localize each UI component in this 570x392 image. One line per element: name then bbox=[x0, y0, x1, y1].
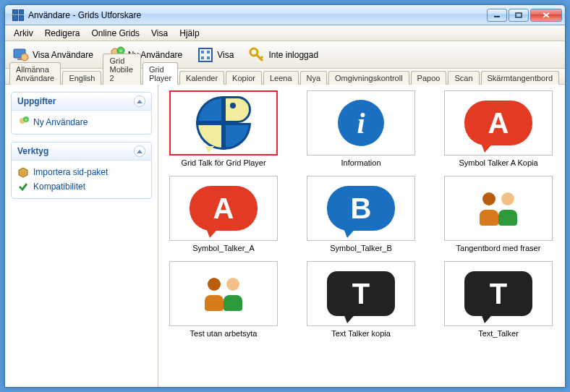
tab-grid-player[interactable]: Grid Player bbox=[142, 62, 178, 85]
package-icon bbox=[17, 166, 29, 178]
menu-arkiv[interactable]: Arkiv bbox=[8, 27, 39, 40]
svg-rect-11 bbox=[201, 51, 204, 54]
grid-item-label: Symbol_Talker_B bbox=[330, 244, 392, 252]
svg-line-17 bbox=[261, 56, 263, 58]
tab-english[interactable]: English bbox=[62, 71, 101, 85]
link-import-page-packages[interactable]: Importera sid-paket bbox=[17, 165, 145, 179]
grid-item[interactable]: Test utan arbetsyta bbox=[166, 261, 281, 338]
grid-item-label: Text_Talker bbox=[478, 329, 519, 338]
grid-item[interactable]: ASymbol_Talker_A bbox=[166, 176, 281, 252]
tab-allmänna-användare[interactable]: Allmänna Användare bbox=[9, 62, 61, 85]
tab-kopior[interactable]: Kopior bbox=[226, 71, 262, 85]
grid-item[interactable]: Tangentbord med fraser bbox=[441, 176, 556, 252]
svg-point-6 bbox=[21, 54, 28, 61]
grid-item-thumbnail bbox=[169, 90, 278, 155]
link-import-label: Importera sid-paket bbox=[33, 167, 108, 177]
grid-item-label: Symbol_Talker_A bbox=[192, 244, 255, 252]
tab-nya[interactable]: Nya bbox=[300, 71, 328, 85]
grid-item[interactable]: TText Talker kopia bbox=[303, 261, 419, 338]
grid-item[interactable]: Grid Talk för Grid Player bbox=[166, 90, 281, 167]
grid-item[interactable]: iInformation bbox=[303, 90, 419, 167]
grid-item-thumbnail: A bbox=[169, 176, 278, 241]
grid-view-icon bbox=[197, 46, 214, 64]
window-title: Användare - Grids Utforskare bbox=[28, 10, 487, 20]
tab-scan[interactable]: Scan bbox=[448, 71, 479, 85]
grid-item-thumbnail: A bbox=[444, 90, 553, 155]
menu-hjalp[interactable]: Hjälp bbox=[174, 27, 205, 40]
svg-text:+: + bbox=[25, 117, 27, 122]
toolbar-login-status[interactable]: Inte inloggad bbox=[245, 45, 321, 65]
link-new-user-label: Ny Användare bbox=[33, 117, 88, 127]
close-button[interactable] bbox=[530, 9, 562, 22]
svg-marker-21 bbox=[19, 168, 27, 177]
content-area: Uppgifter + Ny Användare Verktyg bbox=[5, 85, 565, 387]
grid-view: Grid Talk för Grid PlayeriInformationASy… bbox=[158, 85, 565, 387]
maximize-button[interactable] bbox=[509, 9, 529, 22]
link-new-user[interactable]: + Ny Användare bbox=[17, 115, 145, 129]
grid-item-thumbnail bbox=[169, 261, 278, 326]
svg-rect-13 bbox=[201, 56, 204, 59]
app-icon bbox=[12, 9, 24, 21]
tab-grid-mobile-2[interactable]: Grid Mobile 2 bbox=[103, 54, 140, 85]
tab-kalender[interactable]: Kalender bbox=[179, 71, 224, 85]
sidebar: Uppgifter + Ny Användare Verktyg bbox=[5, 85, 158, 387]
tab-omgivningskontroll[interactable]: Omgivningskontroll bbox=[328, 71, 409, 85]
menu-online-grids[interactable]: Online Grids bbox=[85, 27, 145, 40]
grid-item[interactable]: TText_Talker bbox=[441, 261, 556, 338]
panel-tasks-header[interactable]: Uppgifter bbox=[12, 93, 151, 111]
panel-tools-header[interactable]: Verktyg bbox=[12, 142, 151, 161]
toolbar-view-users-label: Visa Användare bbox=[33, 50, 93, 60]
grid-item-label: Tangentbord med fraser bbox=[456, 244, 541, 252]
users-monitor-icon bbox=[12, 46, 30, 64]
grid-item[interactable]: BSymbol_Talker_B bbox=[303, 176, 419, 252]
add-user-icon: + bbox=[17, 116, 29, 128]
grid-item-label: Grid Talk för Grid Player bbox=[181, 158, 265, 167]
link-compatibility[interactable]: Kompatibilitet bbox=[17, 179, 145, 194]
svg-rect-12 bbox=[207, 51, 210, 54]
toolbar: Visa Användare + Ny Användare Visa Inte … bbox=[5, 41, 565, 69]
toolbar-view-label: Visa bbox=[217, 50, 234, 60]
link-compat-label: Kompatibilitet bbox=[33, 182, 85, 192]
grid-item-label: Symbol Talker A Kopia bbox=[459, 158, 537, 167]
grid-item[interactable]: ASymbol Talker A Kopia bbox=[441, 90, 556, 167]
toolbar-view[interactable]: Visa bbox=[194, 45, 237, 65]
tab-papoo[interactable]: Papoo bbox=[411, 71, 447, 85]
grid-item-thumbnail: T bbox=[444, 261, 553, 326]
toolbar-login-label: Inte inloggad bbox=[268, 50, 318, 60]
tab-skärmtangentbord[interactable]: Skärmtangentbord bbox=[481, 71, 560, 85]
menu-redigera[interactable]: Redigera bbox=[39, 27, 86, 40]
panel-tools-title: Verktyg bbox=[17, 146, 48, 156]
grid-item-thumbnail: B bbox=[307, 176, 415, 241]
panel-tasks: Uppgifter + Ny Användare bbox=[11, 92, 152, 135]
panel-tasks-title: Uppgifter bbox=[17, 96, 56, 106]
svg-rect-14 bbox=[207, 56, 210, 59]
svg-rect-1 bbox=[516, 13, 522, 17]
titlebar[interactable]: Användare - Grids Utforskare bbox=[5, 5, 565, 25]
grid-item-thumbnail: T bbox=[307, 261, 415, 326]
tabstrip: Allmänna AnvändareEnglishGrid Mobile 2Gr… bbox=[5, 69, 565, 85]
grid-item-label: Information bbox=[341, 158, 380, 167]
chevron-up-icon bbox=[134, 145, 145, 157]
grid-item-label: Text Talker kopia bbox=[331, 329, 391, 338]
menubar: Arkiv Redigera Online Grids Visa Hjälp bbox=[5, 25, 565, 41]
grid-item-thumbnail: i bbox=[307, 90, 415, 155]
grid-item-label: Test utan arbetsyta bbox=[190, 329, 258, 338]
app-window: Användare - Grids Utforskare Arkiv Redig… bbox=[4, 4, 566, 388]
check-icon bbox=[17, 181, 29, 192]
tab-leena[interactable]: Leena bbox=[263, 71, 299, 85]
chevron-up-icon bbox=[134, 95, 145, 107]
svg-rect-10 bbox=[199, 48, 212, 61]
grid-item-thumbnail bbox=[444, 176, 553, 241]
minimize-button[interactable] bbox=[487, 9, 507, 22]
panel-tools: Verktyg Importera sid-paket Komp bbox=[11, 142, 152, 199]
key-icon bbox=[248, 46, 265, 64]
menu-visa[interactable]: Visa bbox=[145, 27, 174, 40]
